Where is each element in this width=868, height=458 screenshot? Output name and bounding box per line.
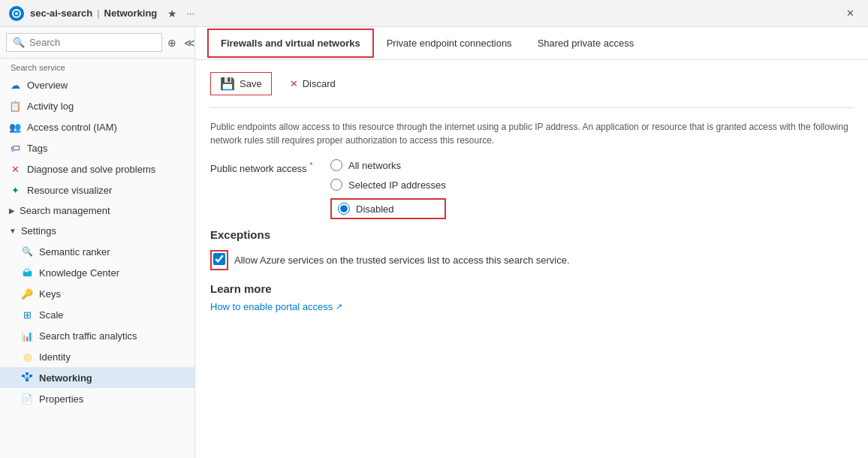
toolbar-divider [210, 107, 853, 108]
chevron-right-icon: ▶ [9, 206, 15, 215]
svg-point-1 [15, 12, 18, 15]
knowledge-icon: 🏔 [21, 267, 33, 279]
service-icon [9, 6, 24, 21]
save-icon: 💾 [220, 77, 235, 91]
sidebar-item-search-traffic[interactable]: 📊 Search traffic analytics [0, 325, 194, 346]
sidebar-item-keys[interactable]: 🔑 Keys [0, 283, 194, 304]
info-text: Public endpoints allow access to this re… [210, 120, 853, 147]
public-network-access-label: Public network access * [210, 159, 330, 174]
search-sm-icon: 🔍 [21, 246, 33, 258]
sidebar-label-activity-log: Activity log [27, 101, 74, 112]
sidebar-label-semantic-ranker: Semantic ranker [39, 246, 110, 258]
svg-rect-4 [29, 375, 32, 377]
tab-shared-access[interactable]: Shared private access [525, 29, 647, 57]
exceptions-checkbox-row: Allow Azure services on the trusted serv… [210, 250, 853, 270]
learn-more-link[interactable]: How to enable portal access ↗ [210, 301, 853, 312]
sidebar-label-resource-visualizer: Resource visualizer [27, 185, 112, 196]
sidebar-label-identity: Identity [39, 351, 71, 363]
sidebar: 🔍 ⊕ ≪ Search service ☁ Overview 📋 Activi… [0, 27, 195, 458]
public-network-access-group: Public network access * All networks Sel… [210, 159, 853, 219]
networking-icon [21, 372, 33, 384]
exceptions-checkbox-wrapper [210, 250, 228, 270]
content-body: 💾 Save ✕ Discard Public endpoints allow … [195, 60, 868, 458]
content-area: Firewalls and virtual networks Private e… [195, 27, 868, 458]
sidebar-item-diagnose[interactable]: ✕ Diagnose and solve problems [0, 158, 194, 179]
close-button[interactable]: ✕ [842, 6, 859, 20]
save-button[interactable]: 💾 Save [210, 72, 272, 95]
tag-icon: 🏷 [9, 142, 21, 154]
key-icon: 🔑 [21, 288, 33, 300]
more-button[interactable]: ··· [182, 6, 199, 20]
scale-icon: ⊞ [21, 309, 33, 321]
title-separator: | [97, 8, 99, 19]
search-icon: 🔍 [13, 37, 25, 48]
exceptions-label: Allow Azure services on the trusted serv… [234, 255, 570, 266]
toolbar: 💾 Save ✕ Discard [210, 72, 853, 95]
learn-more-title: Learn more [210, 282, 853, 295]
sidebar-label-properties: Properties [39, 393, 83, 405]
sidebar-item-activity-log[interactable]: 📋 Activity log [0, 95, 194, 116]
sidebar-label-search-traffic: Search traffic analytics [39, 330, 137, 342]
title-bar: sec-ai-search | Networking ★ ··· ✕ [0, 0, 868, 27]
sidebar-label-overview: Overview [27, 80, 68, 91]
tabs-bar: Firewalls and virtual networks Private e… [195, 27, 868, 60]
sidebar-item-semantic-ranker[interactable]: 🔍 Semantic ranker [0, 241, 194, 262]
sidebar-item-access-control[interactable]: 👥 Access control (IAM) [0, 116, 194, 137]
chart-icon: ✦ [9, 184, 21, 196]
radio-selected-ip[interactable]: Selected IP addresses [330, 179, 446, 191]
sidebar-item-resource-visualizer[interactable]: ✦ Resource visualizer [0, 179, 194, 200]
radio-all-networks[interactable]: All networks [330, 159, 446, 171]
identity-icon: ◎ [21, 351, 33, 363]
sidebar-label-keys: Keys [39, 288, 61, 300]
search-input[interactable] [29, 37, 155, 48]
radio-disabled[interactable]: Disabled [330, 198, 446, 219]
favorite-button[interactable]: ★ [163, 6, 182, 21]
wrench-icon: ✕ [9, 163, 21, 175]
analytics-icon: 📊 [21, 330, 33, 342]
sidebar-label-diagnose: Diagnose and solve problems [27, 164, 155, 175]
sidebar-label-networking: Networking [39, 372, 92, 384]
radio-options: All networks Selected IP addresses Disab… [330, 159, 446, 219]
service-name: sec-ai-search [30, 8, 92, 19]
radio-selected-ip-input[interactable] [330, 179, 342, 191]
page-title: Networking [104, 8, 158, 19]
sidebar-item-search-management[interactable]: ▶ Search management [0, 200, 194, 221]
discard-button[interactable]: ✕ Discard [281, 74, 345, 93]
svg-rect-2 [22, 375, 25, 377]
sidebar-search-box[interactable]: 🔍 [6, 33, 162, 52]
sidebar-item-scale[interactable]: ⊞ Scale [0, 304, 194, 325]
list-icon: 📋 [9, 100, 21, 112]
radio-disabled-input[interactable] [338, 203, 350, 215]
sidebar-label-settings: Settings [21, 225, 56, 237]
person-group-icon: 👥 [9, 121, 21, 133]
discard-icon: ✕ [290, 78, 298, 89]
sidebar-item-properties[interactable]: 📄 Properties [0, 388, 194, 409]
sidebar-item-networking[interactable]: Networking [0, 367, 194, 388]
svg-rect-5 [26, 379, 29, 381]
sidebar-label-access-control: Access control (IAM) [27, 122, 117, 133]
sidebar-label-search-management: Search management [20, 205, 110, 216]
cloud-icon: ☁ [9, 79, 21, 91]
exceptions-title: Exceptions [210, 228, 853, 241]
properties-icon: 📄 [21, 393, 33, 405]
tab-private-endpoints[interactable]: Private endpoint connections [374, 29, 525, 57]
sidebar-item-tags[interactable]: 🏷 Tags [0, 137, 194, 158]
sidebar-item-overview[interactable]: ☁ Overview [0, 74, 194, 95]
pin-button[interactable]: ⊕ [165, 37, 179, 49]
sidebar-item-settings[interactable]: ▼ Settings [0, 221, 194, 241]
external-link-icon: ↗ [336, 302, 342, 312]
tab-firewalls[interactable]: Firewalls and virtual networks [207, 29, 374, 58]
exceptions-checkbox[interactable] [213, 253, 225, 265]
svg-rect-3 [26, 372, 29, 375]
main-layout: 🔍 ⊕ ≪ Search service ☁ Overview 📋 Activi… [0, 27, 868, 458]
service-type-label: Search service [0, 59, 194, 74]
sidebar-label-tags: Tags [27, 143, 47, 154]
sidebar-label-knowledge-center: Knowledge Center [39, 267, 119, 279]
svg-line-7 [27, 377, 31, 379]
sidebar-item-knowledge-center[interactable]: 🏔 Knowledge Center [0, 262, 194, 283]
radio-all-networks-input[interactable] [330, 159, 342, 171]
sidebar-item-identity[interactable]: ◎ Identity [0, 346, 194, 367]
chevron-down-icon: ▼ [9, 227, 17, 235]
collapse-button[interactable]: ≪ [182, 37, 195, 49]
sidebar-label-scale: Scale [39, 309, 64, 321]
